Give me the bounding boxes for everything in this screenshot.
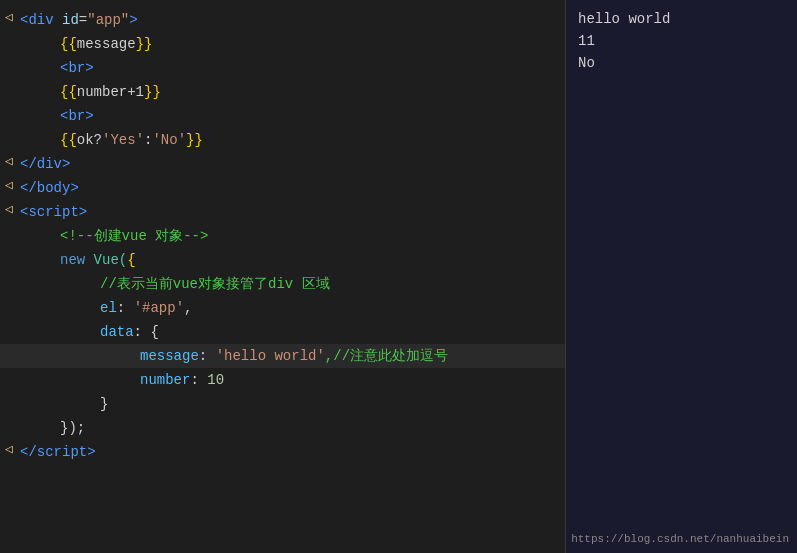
token: body [37, 180, 71, 196]
token: br [68, 60, 85, 76]
token: {{ [60, 132, 77, 148]
token: 创建vue 对象 [94, 228, 184, 244]
token: <!-- [60, 228, 94, 244]
code-line: <br> [0, 56, 565, 80]
token: > [87, 444, 95, 460]
token: message [140, 348, 199, 364]
token: : { [134, 324, 159, 340]
editor-panel: ◁<div id="app">{{message}}<br>{{number+1… [0, 0, 565, 553]
gutter: ◁ [0, 177, 18, 193]
token: > [62, 156, 70, 172]
token: { [127, 252, 135, 268]
token: ,//注意此处加逗号 [325, 348, 448, 364]
output-line: No [578, 52, 785, 74]
token: </ [20, 180, 37, 196]
code-content: message: 'hello world',//注意此处加逗号 [20, 345, 565, 367]
token: div [37, 156, 62, 172]
code-line: ◁<script> [0, 200, 565, 224]
token: > [85, 108, 93, 124]
code-line: <br> [0, 104, 565, 128]
token: 10 [207, 372, 224, 388]
code-line: {{ok?'Yes':'No'}} [0, 128, 565, 152]
code-content: </div> [20, 153, 565, 175]
gutter: ◁ [0, 153, 18, 169]
token: }} [136, 36, 153, 52]
code-content: data: { [20, 321, 565, 343]
gutter: ◁ [0, 9, 18, 25]
code-line: //表示当前vue对象接管了div 区域 [0, 272, 565, 296]
code-line: } [0, 392, 565, 416]
token: , [184, 300, 192, 316]
token: 'Yes' [102, 132, 144, 148]
token: : [190, 372, 207, 388]
code-content: <script> [20, 201, 565, 223]
token: {{ [60, 36, 77, 52]
token: --> [183, 228, 208, 244]
gutter: ◁ [0, 441, 18, 457]
token: > [70, 180, 78, 196]
token: "app" [87, 12, 129, 28]
token: br [68, 108, 85, 124]
code-content: {{message}} [20, 33, 565, 55]
code-content: <!--创建vue 对象--> [20, 225, 565, 247]
token: {{ [60, 84, 77, 100]
token: </ [20, 444, 37, 460]
code-line: ◁<div id="app"> [0, 8, 565, 32]
code-content: {{ok?'Yes':'No'}} [20, 129, 565, 151]
code-content: //表示当前vue对象接管了div 区域 [20, 273, 565, 295]
code-line: ◁</div> [0, 152, 565, 176]
token: data [100, 324, 134, 340]
output-line: hello world [578, 8, 785, 30]
code-content: </script> [20, 441, 565, 463]
footer-url: https://blog.csdn.net/nanhuaibein [571, 533, 789, 545]
token: }); [60, 420, 85, 436]
token: }} [144, 84, 161, 100]
token: number [140, 372, 190, 388]
code-content: }); [20, 417, 565, 439]
token: el [100, 300, 117, 316]
token: id [54, 12, 79, 28]
token: //表示当前vue对象接管了div 区域 [100, 276, 330, 292]
token: Vue( [85, 252, 127, 268]
code-content: } [20, 393, 565, 415]
token: message [77, 36, 136, 52]
code-line: ◁</body> [0, 176, 565, 200]
token: 'hello world' [216, 348, 325, 364]
code-content: <br> [20, 105, 565, 127]
token: number+1 [77, 84, 144, 100]
token: } [100, 396, 108, 412]
token: : [117, 300, 134, 316]
code-line: }); [0, 416, 565, 440]
code-content: el: '#app', [20, 297, 565, 319]
output-panel: hello world11No https://blog.csdn.net/na… [565, 0, 797, 553]
token: > [85, 60, 93, 76]
code-content: number: 10 [20, 369, 565, 391]
token: '#app' [134, 300, 184, 316]
code-line: new Vue({ [0, 248, 565, 272]
code-content: <br> [20, 57, 565, 79]
token: script [28, 204, 78, 220]
code-line: el: '#app', [0, 296, 565, 320]
token: }} [186, 132, 203, 148]
code-line: message: 'hello world',//注意此处加逗号 [0, 344, 565, 368]
token: = [79, 12, 87, 28]
code-content: <div id="app"> [20, 9, 565, 31]
token: > [79, 204, 87, 220]
gutter: ◁ [0, 201, 18, 217]
code-line: <!--创建vue 对象--> [0, 224, 565, 248]
token: new [60, 252, 85, 268]
token: > [129, 12, 137, 28]
code-content: new Vue({ [20, 249, 565, 271]
code-line: ◁</script> [0, 440, 565, 464]
token: </ [20, 156, 37, 172]
output-content: hello world11No [578, 8, 785, 74]
token: script [37, 444, 87, 460]
code-line: {{message}} [0, 32, 565, 56]
code-content: {{number+1}} [20, 81, 565, 103]
token: ok? [77, 132, 102, 148]
code-content: </body> [20, 177, 565, 199]
token: div [28, 12, 53, 28]
code-line: {{number+1}} [0, 80, 565, 104]
token: 'No' [152, 132, 186, 148]
code-line: data: { [0, 320, 565, 344]
